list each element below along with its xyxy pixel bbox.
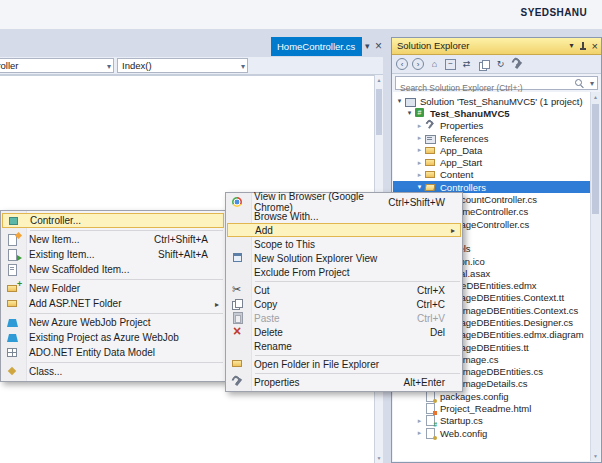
expander-collapsed-icon[interactable]: ▸ xyxy=(415,122,424,130)
titlebar-buttons: ▾ × xyxy=(570,39,598,53)
icon-slot xyxy=(231,210,246,222)
tree-item-label: Properties xyxy=(437,120,483,131)
menu-item-label: Existing Project as Azure WebJob xyxy=(21,332,179,343)
scroll-down-icon[interactable]: ▼ xyxy=(375,455,383,461)
tree-item-references[interactable]: ▸References xyxy=(393,132,590,144)
tree-item-web-config[interactable]: ▸Web.config xyxy=(393,427,590,439)
tree-item-label: Content xyxy=(437,169,473,180)
scissors-icon xyxy=(231,284,246,296)
tree-item-test-shanumvc5[interactable]: ▾Test_ShanuMVC5 xyxy=(393,107,590,119)
submenu-item-ado-net-entity-data-model[interactable]: ADO.NET Entity Data Model xyxy=(2,345,224,360)
expander-expanded-icon[interactable]: ▾ xyxy=(395,97,404,105)
search-box[interactable]: ▾ xyxy=(395,76,598,90)
submenu-item-existing-item[interactable]: Existing Item...Shift+Alt+A xyxy=(2,247,224,262)
scroll-down-icon[interactable]: ▼ xyxy=(591,453,600,459)
tree-item-label: ImageDetails.cs xyxy=(457,378,528,389)
menu-item-add[interactable]: Add▸ xyxy=(227,223,461,237)
menu-item-shortcut: Ctrl+V xyxy=(417,313,461,324)
expander-collapsed-icon[interactable]: ▸ xyxy=(415,171,424,179)
tree-item-app-start[interactable]: ▸App_Start xyxy=(393,156,590,168)
menu-item-shortcut: Del xyxy=(430,327,461,338)
document-list-chevron-icon[interactable]: ▾ xyxy=(365,41,370,51)
member-dropdown[interactable]: Index() ▾ xyxy=(117,58,248,73)
add-submenu: Controller...New Item...Ctrl+Shift+AExis… xyxy=(0,210,226,382)
editor-scrollbar-thumb[interactable] xyxy=(376,89,382,135)
azure-icon xyxy=(6,332,21,344)
menu-item-scope-to-this[interactable]: Scope to This xyxy=(227,237,461,251)
tree-item-content[interactable]: ▸Content xyxy=(393,169,590,181)
submenu-item-class[interactable]: Class... xyxy=(2,364,224,379)
submenu-item-existing-project-as-azure-webjob[interactable]: Existing Project as Azure WebJob xyxy=(2,330,224,345)
scroll-up-icon[interactable]: ▲ xyxy=(591,94,600,100)
submenu-item-new-item[interactable]: New Item...Ctrl+Shift+A xyxy=(2,232,224,247)
menu-item-label: New Scaffolded Item... xyxy=(21,264,129,275)
submenu-item-controller[interactable]: Controller... xyxy=(2,213,224,228)
wrench-icon xyxy=(424,120,437,131)
solution-explorer-scrollbar[interactable]: ▲ ▼ xyxy=(590,92,600,461)
scrollbar-thumb[interactable] xyxy=(592,104,599,214)
pin-icon[interactable] xyxy=(579,41,587,52)
new-item-icon xyxy=(6,234,21,246)
menu-item-rename[interactable]: Rename xyxy=(227,339,461,353)
refresh-icon[interactable]: ↻ xyxy=(494,58,507,71)
menu-item-exclude-from-project[interactable]: Exclude From Project xyxy=(227,265,461,279)
menu-item-view-in-browser-google-chrome[interactable]: View in Browser (Google Chrome)Ctrl+Shif… xyxy=(227,195,461,209)
show-all-files-icon[interactable] xyxy=(477,58,490,71)
close-icon[interactable]: × xyxy=(592,41,598,52)
submenu-item-new-azure-webjob-project[interactable]: New Azure WebJob Project xyxy=(2,315,224,330)
expander-collapsed-icon[interactable]: ▸ xyxy=(415,159,424,167)
document-tab-strip: HomeController.cs ▾ × xyxy=(0,37,383,56)
editor-navigation-bar: HomeController ▾ Index() ▾ xyxy=(0,57,383,75)
config-icon xyxy=(424,428,437,439)
submenu-item-new-scaffolded-item[interactable]: New Scaffolded Item... xyxy=(2,262,224,277)
menu-item-browse-with[interactable]: Browse With... xyxy=(227,209,461,223)
tree-item-label: Test_ShanuMVC5 xyxy=(427,108,510,119)
menu-item-properties[interactable]: PropertiesAlt+Enter xyxy=(227,375,461,389)
tree-item-label: ImageDBEntities.cs xyxy=(457,366,543,377)
expander-collapsed-icon[interactable]: ▸ xyxy=(415,146,424,154)
class-icon xyxy=(6,366,21,378)
tree-item-solution-test-shanumvc5-1-project[interactable]: ▾Solution 'Test_ShanuMVC5' (1 project) xyxy=(393,95,590,107)
menu-item-open-folder-in-file-explorer[interactable]: Open Folder in File Explorer xyxy=(227,357,461,371)
menu-item-shortcut: Ctrl+X xyxy=(417,285,461,296)
back-icon[interactable]: ‹ xyxy=(396,58,408,70)
menu-item-label: Delete xyxy=(246,327,283,338)
close-document-icon[interactable]: × xyxy=(375,39,382,53)
tree-item-label: App_Start xyxy=(437,157,482,168)
forward-icon[interactable]: › xyxy=(412,58,424,70)
sync-with-active-document-icon[interactable]: ⇄ xyxy=(460,58,473,71)
expander-expanded-icon[interactable]: ▾ xyxy=(405,109,414,117)
properties-icon[interactable] xyxy=(511,58,524,71)
tree-item-label: Solution 'Test_ShanuMVC5' (1 project) xyxy=(417,96,583,107)
menu-item-delete[interactable]: DeleteDel xyxy=(227,325,461,339)
menu-item-label: Cut xyxy=(246,285,270,296)
expander-collapsed-icon[interactable]: ▸ xyxy=(415,429,424,437)
tree-item-project-readme-html[interactable]: Project_Readme.html xyxy=(393,402,590,414)
tab-homecontroller[interactable]: HomeController.cs xyxy=(271,37,362,56)
icon-slot xyxy=(231,238,246,250)
collapse-all-icon[interactable]: − xyxy=(445,59,456,70)
solution-explorer-titlebar[interactable]: Solution Explorer ▾ × xyxy=(392,38,601,55)
tree-item-startup-cs[interactable]: ▸Startup.cs xyxy=(393,415,590,427)
tree-item-label: Web.config xyxy=(437,428,487,439)
tree-item-label: Image.cs xyxy=(457,354,499,365)
home-icon[interactable]: ⌂ xyxy=(428,58,441,71)
expander-collapsed-icon[interactable]: ▸ xyxy=(415,134,424,142)
expander-collapsed-icon[interactable]: ▸ xyxy=(415,417,424,425)
search-options-chevron-icon[interactable]: ▾ xyxy=(590,79,594,88)
type-dropdown[interactable]: HomeController ▾ xyxy=(0,58,114,73)
menu-item-copy[interactable]: CopyCtrl+C xyxy=(227,297,461,311)
window-menu-chevron-icon[interactable]: ▾ xyxy=(570,38,574,54)
submenu-item-add-asp-net-folder[interactable]: Add ASP.NET Folder▸ xyxy=(2,296,224,311)
tree-item-app-data[interactable]: ▸App_Data xyxy=(393,144,590,156)
menu-item-cut[interactable]: CutCtrl+X xyxy=(227,283,461,297)
copy-icon xyxy=(231,298,246,310)
menu-item-new-solution-explorer-view[interactable]: New Solution Explorer View xyxy=(227,251,461,265)
refs-icon xyxy=(424,133,437,144)
expander-expanded-icon[interactable]: ▾ xyxy=(415,183,424,191)
submenu-item-new-folder[interactable]: New Folder xyxy=(2,281,224,296)
scroll-up-icon[interactable]: ▲ xyxy=(375,77,383,83)
folder-icon xyxy=(424,145,437,156)
project-icon xyxy=(414,108,427,119)
tree-item-properties[interactable]: ▸Properties xyxy=(393,120,590,132)
